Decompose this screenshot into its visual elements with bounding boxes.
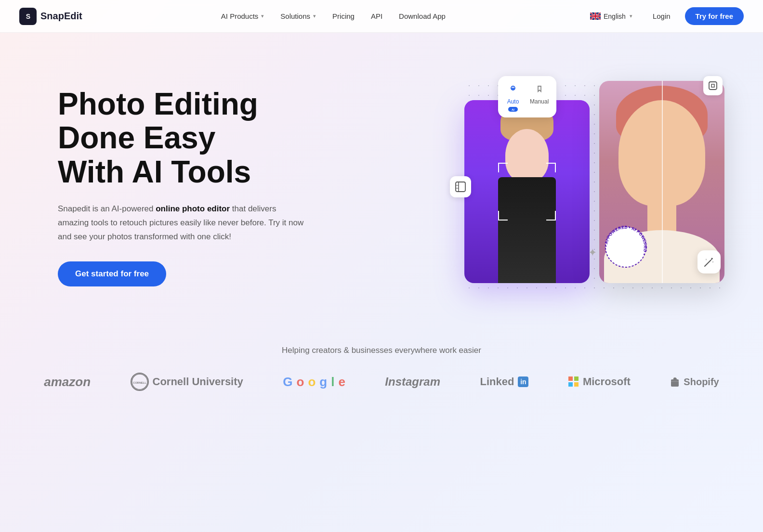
mode-auto[interactable]: Auto AI xyxy=(506,82,520,112)
nav-right: English ▾ Login Try for free xyxy=(584,7,744,25)
logos-row: amazon CORNELL Cornell University Google… xyxy=(29,373,734,391)
scan-frame xyxy=(498,163,556,221)
scan-corner-bl xyxy=(498,211,508,221)
svg-point-13 xyxy=(711,258,713,260)
logos-section: Helping creators & businesses everywhere… xyxy=(0,331,763,415)
get-started-button[interactable]: Get started for free xyxy=(58,261,166,286)
nav-solutions[interactable]: Solutions ▾ xyxy=(274,8,323,24)
logo[interactable]: S SnapEdit xyxy=(19,8,82,25)
linkedin-logo: Linked in xyxy=(480,376,529,388)
ai-powered-badge: • AI POWERED • AI POWERED • xyxy=(602,223,650,271)
panel-icon xyxy=(455,182,466,192)
svg-text:CORNELL: CORNELL xyxy=(133,381,146,384)
magic-wand-icon xyxy=(703,256,715,268)
shopify-icon xyxy=(670,376,680,388)
nav-api[interactable]: API xyxy=(364,8,389,24)
navbar: S SnapEdit AI Products ▾ Solutions ▾ Pri… xyxy=(0,0,763,33)
mode-selector-card: Auto AI Manual xyxy=(498,76,556,117)
scan-corner-br xyxy=(546,211,556,221)
sparkle-accent: ✦ xyxy=(588,247,597,259)
nav-links: AI Products ▾ Solutions ▾ Pricing API Do… xyxy=(214,8,452,24)
auto-icon xyxy=(506,82,520,96)
hero-title: Photo Editing Done Easy With AI Tools xyxy=(58,87,308,189)
photo-1-image xyxy=(464,100,590,283)
svg-rect-6 xyxy=(456,182,465,192)
expand-icon xyxy=(708,81,718,91)
shopify-logo: Shopify xyxy=(670,376,719,388)
scan-corner-tr xyxy=(546,163,556,172)
language-selector[interactable]: English ▾ xyxy=(584,10,638,23)
photo-card-1 xyxy=(464,100,590,283)
mode-manual[interactable]: Manual xyxy=(530,82,549,112)
expand-button[interactable] xyxy=(703,76,723,95)
cornell-logo: CORNELL Cornell University xyxy=(131,373,243,391)
try-free-button[interactable]: Try for free xyxy=(685,7,744,25)
login-button[interactable]: Login xyxy=(644,8,679,24)
panel-button[interactable] xyxy=(450,176,471,197)
nav-ai-products[interactable]: AI Products ▾ xyxy=(214,8,271,24)
microsoft-grid-icon xyxy=(568,376,579,387)
chevron-down-icon: ▾ xyxy=(261,13,264,19)
chevron-down-icon: ▾ xyxy=(313,13,316,19)
hero-visual: Auto AI Manual xyxy=(445,71,724,302)
manual-icon xyxy=(532,82,547,96)
instagram-logo: Instagram xyxy=(385,375,440,389)
hero-description: Snapedit is an AI-powered online photo e… xyxy=(58,202,308,244)
svg-point-2 xyxy=(513,88,514,89)
svg-rect-16 xyxy=(671,379,679,387)
flag-icon xyxy=(590,13,601,20)
logos-tagline: Helping creators & businesses everywhere… xyxy=(29,346,734,355)
svg-point-11 xyxy=(612,234,639,260)
photo-divider-line xyxy=(662,81,663,283)
scan-corner-tl xyxy=(498,163,508,172)
chevron-down-icon: ▾ xyxy=(630,13,632,19)
linkedin-box: in xyxy=(518,376,528,387)
nav-pricing[interactable]: Pricing xyxy=(326,8,361,24)
logo-text: SnapEdit xyxy=(40,11,82,22)
magic-wand-button[interactable] xyxy=(697,250,721,273)
svg-text:AI: AI xyxy=(512,108,514,111)
microsoft-logo: Microsoft xyxy=(568,376,631,388)
svg-rect-5 xyxy=(709,82,717,90)
google-logo: Google xyxy=(283,375,345,389)
hero-section: Photo Editing Done Easy With AI Tools Sn… xyxy=(0,33,763,331)
logo-icon: S xyxy=(19,8,37,25)
cornell-seal: CORNELL xyxy=(131,373,149,391)
nav-download[interactable]: Download App xyxy=(392,8,452,24)
hero-text: Photo Editing Done Easy With AI Tools Sn… xyxy=(58,87,308,286)
ai-badge-small: AI xyxy=(508,107,518,112)
amazon-logo: amazon xyxy=(44,375,91,389)
